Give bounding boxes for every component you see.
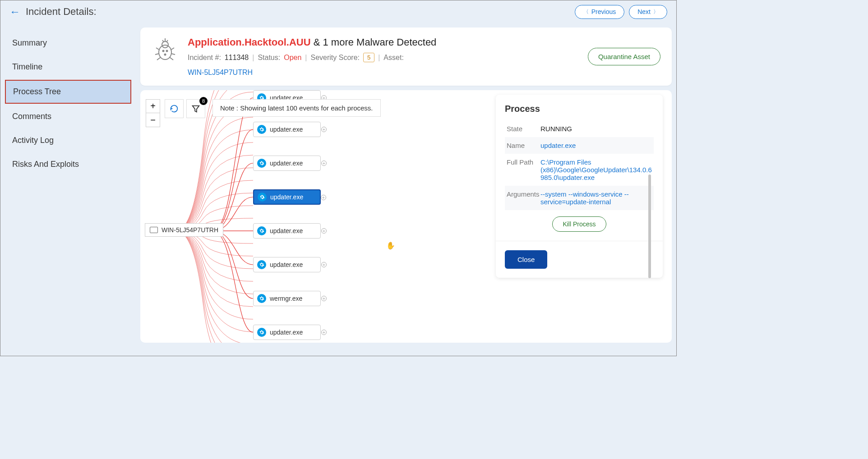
details-label: Full Path xyxy=(507,158,540,181)
expand-icon[interactable]: + xyxy=(321,161,327,166)
process-node[interactable]: updater.exe+ xyxy=(253,257,321,272)
incident-card: Application.Hacktool.AUU & 1 more Malwar… xyxy=(140,28,672,86)
details-value: C:\Program Files (x86)\Google\GoogleUpda… xyxy=(540,158,652,181)
svg-point-12 xyxy=(166,50,168,52)
expand-icon[interactable]: + xyxy=(321,330,327,335)
sidebar-item-risks-exploits[interactable]: Risks And Exploits xyxy=(5,153,131,175)
kill-process-button[interactable]: Kill Process xyxy=(552,216,606,232)
svg-point-11 xyxy=(163,50,164,52)
expand-icon[interactable]: + xyxy=(321,296,327,301)
gear-icon xyxy=(257,226,266,235)
refresh-button[interactable] xyxy=(165,99,184,118)
expand-icon[interactable]: + xyxy=(321,228,327,234)
details-value: RUNNING xyxy=(540,125,652,133)
details-label: Name xyxy=(507,142,540,149)
svg-line-9 xyxy=(171,54,175,55)
malware-name: Application.Hacktool.AUU xyxy=(188,37,311,48)
next-button[interactable]: Next 〉 xyxy=(629,5,667,19)
next-label: Next xyxy=(637,8,651,15)
details-value: updater.exe xyxy=(540,142,652,149)
incident-num-value: 111348 xyxy=(225,54,249,62)
asset-link[interactable]: WIN-5LJ54P7UTRH xyxy=(188,69,579,77)
chevron-right-icon: 〉 xyxy=(653,8,659,16)
process-tree-canvas[interactable]: + − 8 Note : Showing latest 100 events f… xyxy=(140,90,672,343)
process-node[interactable]: wermgr.exe+ xyxy=(253,291,321,306)
gear-icon xyxy=(258,193,267,202)
previous-button[interactable]: 〈 Previous xyxy=(575,5,624,19)
gear-icon xyxy=(257,260,266,269)
details-title: Process xyxy=(505,104,654,114)
process-label: wermgr.exe xyxy=(270,295,302,302)
severity-label: Severity Score: xyxy=(310,54,359,62)
process-label: updater.exe xyxy=(270,261,303,268)
process-label: updater.exe xyxy=(270,193,303,201)
svg-line-4 xyxy=(166,40,168,42)
root-node[interactable]: WIN-5LJ54P7UTRH xyxy=(145,223,223,237)
process-label: updater.exe xyxy=(270,329,303,336)
details-row: StateRUNNING xyxy=(505,120,654,137)
page-title: Incident Details: xyxy=(26,6,97,18)
process-node[interactable]: updater.exe+ xyxy=(253,325,321,340)
expand-icon[interactable]: + xyxy=(321,262,327,267)
process-node[interactable]: updater.exe+ xyxy=(253,223,321,239)
gear-icon xyxy=(257,159,266,168)
gear-icon xyxy=(257,294,266,303)
close-button[interactable]: Close xyxy=(505,250,547,269)
process-label: updater.exe xyxy=(270,227,303,234)
zoom-in-button[interactable]: + xyxy=(146,100,160,113)
title-suffix: & 1 more Malware Detected xyxy=(311,37,437,48)
filter-badge: 8 xyxy=(199,97,208,105)
filter-button[interactable]: 8 xyxy=(186,99,205,118)
sidebar-item-summary[interactable]: Summary xyxy=(5,32,131,54)
pan-cursor-icon: ✋ xyxy=(386,241,395,250)
details-value: --system --windows-service --service=upd… xyxy=(540,190,652,206)
monitor-icon xyxy=(150,227,158,233)
svg-line-10 xyxy=(170,57,173,60)
chevron-left-icon: 〈 xyxy=(583,8,589,16)
status-value: Open xyxy=(284,54,301,62)
quarantine-button[interactable]: Quarantine Asset xyxy=(588,48,660,65)
sidebar-item-activity-log[interactable]: Activity Log xyxy=(5,129,131,151)
incident-title: Application.Hacktool.AUU & 1 more Malwar… xyxy=(188,37,579,48)
sidebar-item-comments[interactable]: Comments xyxy=(5,106,131,128)
sidebar: Summary Timeline Process Tree Comments A… xyxy=(0,23,136,356)
expand-icon[interactable]: + xyxy=(321,127,327,132)
details-label: State xyxy=(507,125,540,133)
root-label: WIN-5LJ54P7UTRH xyxy=(162,226,218,234)
sidebar-item-timeline[interactable]: Timeline xyxy=(5,56,131,78)
details-row: Arguments--system --windows-service --se… xyxy=(505,186,654,210)
details-row: Nameupdater.exe xyxy=(505,137,654,154)
process-node[interactable]: updater.exe+ xyxy=(253,189,321,205)
status-label: Status: xyxy=(258,54,280,62)
back-arrow-icon[interactable]: ← xyxy=(9,5,20,18)
bug-icon xyxy=(152,37,179,64)
svg-line-7 xyxy=(157,57,161,60)
process-label: updater.exe xyxy=(270,160,303,167)
details-scrollbar[interactable] xyxy=(648,174,651,278)
gear-icon xyxy=(257,328,266,337)
tree-note: Note : Showing latest 100 events for eac… xyxy=(212,99,381,117)
zoom-out-button[interactable]: − xyxy=(146,113,160,127)
process-node[interactable]: updater.exe+ xyxy=(253,156,321,171)
process-details-panel: Process StateRUNNINGNameupdater.exeFull … xyxy=(496,95,663,278)
incident-num-label: Incident #: xyxy=(188,54,221,62)
svg-line-3 xyxy=(162,40,164,42)
asset-label: Asset: xyxy=(383,54,403,62)
sidebar-item-process-tree[interactable]: Process Tree xyxy=(5,80,131,104)
previous-label: Previous xyxy=(591,8,616,15)
details-row: Full PathC:\Program Files (x86)\Google\G… xyxy=(505,154,654,186)
severity-value: 5 xyxy=(363,53,374,62)
expand-icon[interactable]: + xyxy=(321,195,326,200)
svg-point-0 xyxy=(159,45,171,60)
svg-line-6 xyxy=(155,54,159,55)
details-label: Arguments xyxy=(507,190,540,206)
svg-point-13 xyxy=(165,54,166,55)
